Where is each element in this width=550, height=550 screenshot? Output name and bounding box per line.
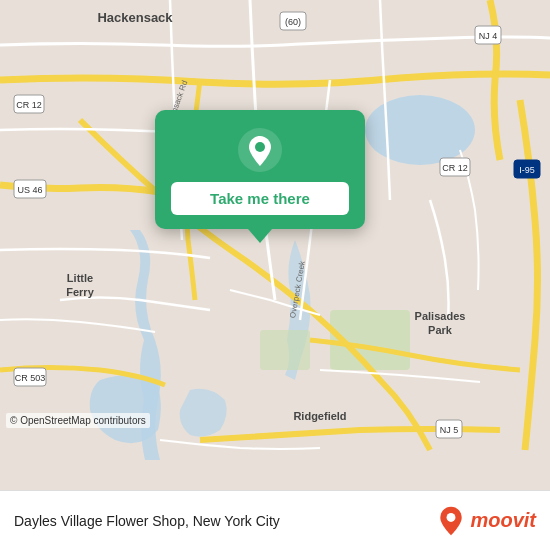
svg-text:Ridgefield: Ridgefield — [293, 410, 346, 422]
location-pin-icon — [238, 128, 282, 172]
svg-text:Palisades: Palisades — [415, 310, 466, 322]
svg-text:Park: Park — [428, 324, 453, 336]
svg-text:CR 503: CR 503 — [15, 373, 46, 383]
svg-text:CR 12: CR 12 — [442, 163, 468, 173]
svg-text:US 46: US 46 — [17, 185, 42, 195]
svg-rect-3 — [260, 330, 310, 370]
tooltip-card: Take me there — [155, 110, 365, 229]
moovit-text: moovit — [470, 509, 536, 532]
place-name: Dayles Village Flower Shop, New York Cit… — [14, 513, 437, 529]
svg-text:(60): (60) — [285, 17, 301, 27]
svg-text:Ferry: Ferry — [66, 286, 94, 298]
svg-point-1 — [365, 95, 475, 165]
take-me-button[interactable]: Take me there — [171, 182, 349, 215]
svg-text:Little: Little — [67, 272, 93, 284]
svg-point-29 — [255, 142, 265, 152]
svg-text:NJ 5: NJ 5 — [440, 425, 459, 435]
moovit-logo: moovit — [437, 505, 536, 537]
moovit-pin-icon — [437, 505, 465, 537]
svg-point-30 — [447, 513, 456, 522]
bottom-bar: Dayles Village Flower Shop, New York Cit… — [0, 490, 550, 550]
map-container: CR 12 CR 12 US 46 NJ 4 (60) I-95 CR 503 … — [0, 0, 550, 490]
svg-text:NJ 4: NJ 4 — [479, 31, 498, 41]
svg-text:CR 12: CR 12 — [16, 100, 42, 110]
svg-text:Hackensack: Hackensack — [97, 10, 173, 25]
map-attribution: © OpenStreetMap contributors — [6, 413, 150, 428]
svg-text:I-95: I-95 — [519, 165, 535, 175]
